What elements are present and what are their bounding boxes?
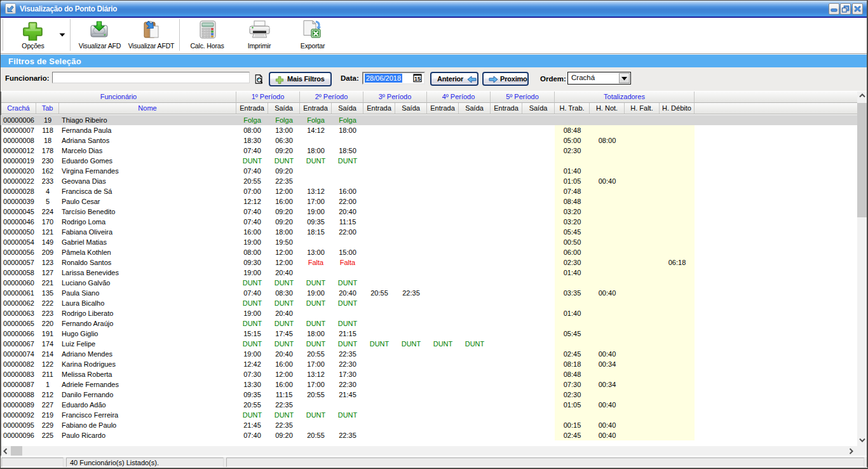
svg-text:15: 15 <box>414 76 421 82</box>
